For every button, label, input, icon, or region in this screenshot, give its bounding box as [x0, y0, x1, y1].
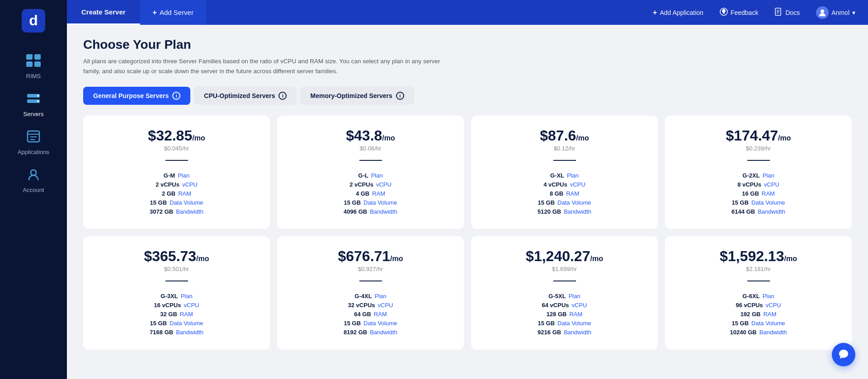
plan-card-g-2xl[interactable]: $174.47/mo $0.239/hr G-2XL Plan 8 vCPUs …: [665, 116, 852, 229]
plan-name-row: G-4XL Plan: [287, 293, 454, 299]
plan-price: $87.6/mo: [540, 127, 589, 144]
plan-vcpu-row: 16 vCPUs vCPU: [93, 302, 260, 309]
plan-name-row: G-2XL Plan: [675, 172, 842, 179]
general-info-icon: i: [172, 92, 180, 100]
logo: d: [22, 9, 45, 34]
plans-grid: $32.85/mo $0.045/hr G-M Plan 2 vCPUs vCP…: [83, 116, 852, 350]
plan-card-g-5xl[interactable]: $1,240.27/mo $1.699/hr G-5XL Plan 64 vCP…: [471, 236, 658, 350]
sidebar-item-servers-label: Servers: [24, 111, 44, 117]
plan-price-hr: $2.181/hr: [746, 266, 771, 272]
user-menu-button[interactable]: Anmol ▾: [809, 3, 863, 23]
plan-vcpu-row: 2 vCPUs vCPU: [287, 181, 454, 188]
plan-bandwidth-row: 3072 GB Bandwidth: [93, 208, 260, 215]
plan-price-hr: $1.699/hr: [552, 266, 577, 272]
plan-price: $1,240.27/mo: [526, 248, 603, 265]
plan-name-row: G-M Plan: [93, 172, 260, 179]
sidebar-item-applications-label: Applications: [18, 149, 49, 155]
rims-icon: [26, 54, 41, 70]
topnav-actions: + Add Application Feedback: [640, 0, 868, 25]
plan-bandwidth-row: 6144 GB Bandwidth: [675, 208, 842, 215]
tab-cpu-optimized[interactable]: CPU-Optimized Servers i: [194, 87, 297, 105]
plan-specs: G-2XL Plan 8 vCPUs vCPU 16 GB RAM 15 GB …: [675, 170, 842, 217]
plan-ram-row: 64 GB RAM: [287, 311, 454, 318]
sidebar-item-account-label: Account: [23, 187, 44, 193]
page-subtitle: All plans are categorized into three Ser…: [83, 56, 454, 76]
plan-bandwidth-row: 9216 GB Bandwidth: [481, 329, 648, 336]
plan-divider: [165, 281, 188, 281]
plan-divider: [359, 160, 382, 161]
svg-point-8: [37, 95, 39, 97]
plan-price-hr: $0.239/hr: [746, 145, 771, 152]
create-server-tab[interactable]: Create Server: [67, 0, 140, 25]
tab-memory-optimized[interactable]: Memory-Optimized Servers i: [300, 87, 414, 105]
plan-ram-row: 16 GB RAM: [675, 190, 842, 197]
plan-vcpu-row: 96 vCPUs vCPU: [675, 302, 842, 309]
svg-text:d: d: [29, 12, 38, 28]
plan-price: $365.73/mo: [144, 248, 209, 265]
plan-card-g-4xl[interactable]: $676.71/mo $0.927/hr G-4XL Plan 32 vCPUs…: [277, 236, 464, 350]
plan-price-hr: $0.927/hr: [358, 266, 383, 272]
plan-datavolume-row: 15 GB Data Volume: [287, 199, 454, 206]
plan-name-row: G-XL Plan: [481, 172, 648, 179]
chevron-down-icon: ▾: [852, 9, 855, 16]
plan-specs: G-L Plan 2 vCPUs vCPU 4 GB RAM 15 GB Dat…: [287, 170, 454, 217]
tab-general-purpose[interactable]: General Purpose Servers i: [83, 87, 190, 105]
plan-specs: G-6XL Plan 96 vCPUs vCPU 192 GB RAM 15 G…: [675, 290, 842, 338]
svg-rect-3: [34, 54, 41, 60]
feedback-button[interactable]: Feedback: [712, 4, 765, 21]
plan-bandwidth-row: 4096 GB Bandwidth: [287, 208, 454, 215]
plan-card-g-xl[interactable]: $87.6/mo $0.12/hr G-XL Plan 4 vCPUs vCPU…: [471, 116, 658, 229]
topnav-spacer: [206, 0, 640, 25]
plan-vcpu-row: 32 vCPUs vCPU: [287, 302, 454, 309]
plan-datavolume-row: 15 GB Data Volume: [287, 320, 454, 327]
plus-icon-app: +: [653, 9, 657, 17]
page-title: Choose Your Plan: [83, 37, 852, 52]
svg-point-20: [821, 9, 824, 13]
plan-divider: [553, 281, 576, 281]
plan-card-g-3xl[interactable]: $365.73/mo $0.501/hr G-3XL Plan 16 vCPUs…: [83, 236, 270, 350]
plan-price-hr: $0.501/hr: [164, 266, 189, 272]
plan-card-g-6xl[interactable]: $1,592.13/mo $2.181/hr G-6XL Plan 96 vCP…: [665, 236, 852, 350]
plan-card-g-l[interactable]: $43.8/mo $0.06/hr G-L Plan 2 vCPUs vCPU …: [277, 116, 464, 229]
plan-specs: G-3XL Plan 16 vCPUs vCPU 32 GB RAM 15 GB…: [93, 290, 260, 338]
plan-divider: [747, 281, 770, 281]
plan-specs: G-M Plan 2 vCPUs vCPU 2 GB RAM 15 GB Dat…: [93, 170, 260, 217]
memory-info-icon: i: [396, 92, 404, 100]
docs-icon: [774, 8, 783, 17]
plan-vcpu-row: 4 vCPUs vCPU: [481, 181, 648, 188]
sidebar-item-rims[interactable]: RIMS: [0, 48, 67, 86]
user-avatar-icon: [816, 6, 829, 19]
account-icon: [27, 168, 40, 184]
svg-point-14: [31, 170, 36, 175]
plan-datavolume-row: 15 GB Data Volume: [93, 199, 260, 206]
plan-price: $676.71/mo: [338, 248, 403, 265]
plan-datavolume-row: 15 GB Data Volume: [481, 199, 648, 206]
add-server-button[interactable]: + Add Server: [140, 0, 206, 25]
cpu-info-icon: i: [278, 92, 287, 100]
sidebar-item-servers[interactable]: Servers: [0, 86, 67, 124]
plan-vcpu-row: 8 vCPUs vCPU: [675, 181, 842, 188]
plan-name-row: G-5XL Plan: [481, 293, 648, 299]
plan-price-hr: $0.045/hr: [164, 145, 189, 152]
plan-ram-row: 32 GB RAM: [93, 311, 260, 318]
plan-card-g-m[interactable]: $32.85/mo $0.045/hr G-M Plan 2 vCPUs vCP…: [83, 116, 270, 229]
plan-datavolume-row: 15 GB Data Volume: [93, 320, 260, 327]
docs-button[interactable]: Docs: [767, 4, 807, 21]
chat-fab-button[interactable]: [832, 343, 855, 366]
feedback-icon: [720, 8, 728, 17]
plan-bandwidth-row: 10240 GB Bandwidth: [675, 329, 842, 336]
plan-ram-row: 8 GB RAM: [481, 190, 648, 197]
plan-divider: [747, 160, 770, 161]
sidebar-item-account[interactable]: Account: [0, 162, 67, 200]
svg-rect-5: [34, 61, 41, 67]
svg-rect-4: [26, 61, 33, 67]
add-application-button[interactable]: + Add Application: [646, 5, 711, 20]
servers-icon: [26, 92, 41, 108]
plan-price: $32.85/mo: [148, 127, 205, 144]
plan-ram-row: 128 GB RAM: [481, 311, 648, 318]
main-area: Create Server + Add Server + Add Applica…: [67, 0, 868, 379]
plan-ram-row: 2 GB RAM: [93, 190, 260, 197]
plan-bandwidth-row: 8192 GB Bandwidth: [287, 329, 454, 336]
sidebar-item-rims-label: RIMS: [26, 73, 41, 80]
sidebar-item-applications[interactable]: Applications: [0, 124, 67, 162]
